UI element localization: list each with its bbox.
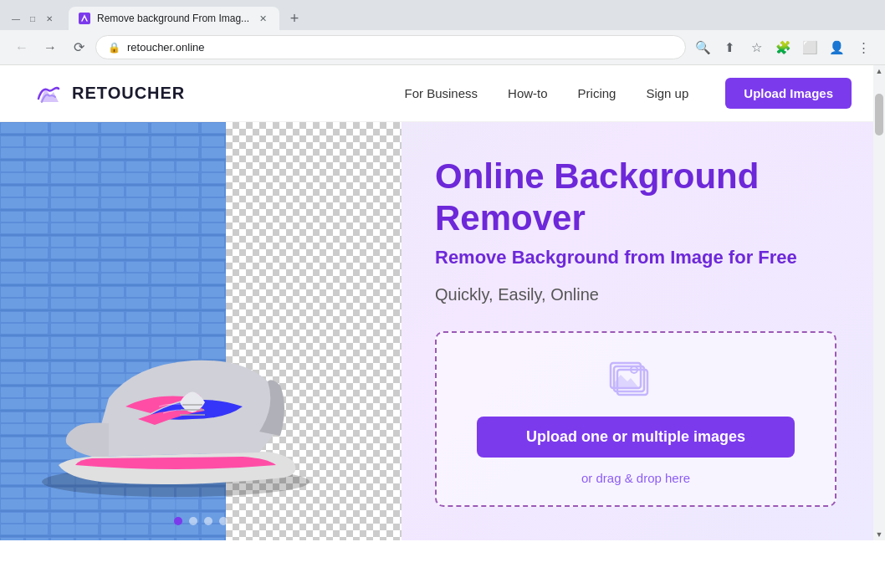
header-upload-button[interactable]: Upload Images xyxy=(725,78,852,109)
logo[interactable]: RETOUCHER xyxy=(33,79,185,109)
hero-section: Online Background Remover Remove Backgro… xyxy=(0,122,885,540)
hero-subtitle: Remove Background from Image for Free xyxy=(435,247,843,268)
browser-chrome: — □ ✕ Remove background From Imag... ✕ +… xyxy=(0,0,885,65)
profile-button[interactable]: 👤 xyxy=(825,36,848,59)
extensions-button[interactable]: 🧩 xyxy=(771,36,795,59)
drag-drop-text: or drag & drop here xyxy=(581,471,690,485)
refresh-button[interactable]: ⟳ xyxy=(67,36,90,59)
carousel-dot-1[interactable] xyxy=(174,517,182,525)
close-button[interactable]: ✕ xyxy=(43,13,55,24)
scrollbar-thumb[interactable] xyxy=(875,94,883,135)
search-button[interactable]: 🔍 xyxy=(691,36,714,59)
nav-for-business[interactable]: For Business xyxy=(405,86,478,100)
menu-button[interactable]: ⋮ xyxy=(852,36,875,59)
browser-actions: 🔍 ⬆ ☆ 🧩 ⬜ 👤 ⋮ xyxy=(691,36,875,59)
share-button[interactable]: ⬆ xyxy=(718,36,741,59)
site-nav: For Business How-to Pricing Sign up Uplo… xyxy=(405,78,852,109)
forward-button[interactable]: → xyxy=(38,36,62,59)
address-bar[interactable]: 🔒 retoucher.online xyxy=(95,35,686,59)
tab-close-button[interactable]: ✕ xyxy=(256,12,269,25)
scrollbar: ▲ ▼ xyxy=(873,65,885,540)
carousel-dot-4[interactable] xyxy=(219,517,228,525)
new-tab-button[interactable]: + xyxy=(283,7,306,30)
url-text: retoucher.online xyxy=(127,41,673,54)
upload-images-icon xyxy=(609,358,662,403)
tab-title: Remove background From Imag... xyxy=(97,13,249,24)
lock-icon: 🔒 xyxy=(108,42,120,54)
carousel-dot-2[interactable] xyxy=(189,517,197,525)
nav-sign-up[interactable]: Sign up xyxy=(646,86,688,100)
hero-image-section xyxy=(0,122,402,540)
hero-tagline: Quickly, Easily, Online xyxy=(435,285,843,304)
upload-images-button[interactable]: Upload one or multiple images xyxy=(477,417,795,458)
hero-title: Online Background Remover xyxy=(435,156,843,240)
scrollbar-track xyxy=(873,77,885,529)
page-wrapper: RETOUCHER For Business How-to Pricing Si… xyxy=(0,65,885,540)
nav-how-to[interactable]: How-to xyxy=(508,86,548,100)
back-button[interactable]: ← xyxy=(10,36,33,59)
hero-content: Online Background Remover Remove Backgro… xyxy=(402,122,885,540)
upload-box: Upload one or multiple images or drag & … xyxy=(435,331,836,507)
maximize-button[interactable]: □ xyxy=(27,13,38,24)
tab-search-button[interactable]: ⬜ xyxy=(798,36,821,59)
scrollbar-up[interactable]: ▲ xyxy=(873,65,885,77)
scrollbar-down[interactable]: ▼ xyxy=(873,529,885,540)
minimize-button[interactable]: — xyxy=(10,13,22,24)
bookmark-button[interactable]: ☆ xyxy=(744,36,768,59)
tab-favicon xyxy=(79,13,90,24)
logo-icon xyxy=(33,79,64,109)
site-header: RETOUCHER For Business How-to Pricing Si… xyxy=(0,65,885,122)
logo-text: RETOUCHER xyxy=(72,84,185,103)
website: RETOUCHER For Business How-to Pricing Si… xyxy=(0,65,885,540)
active-tab[interactable]: Remove background From Imag... ✕ xyxy=(69,7,279,30)
nav-pricing[interactable]: Pricing xyxy=(578,86,616,100)
title-bar: — □ ✕ Remove background From Imag... ✕ + xyxy=(0,0,885,30)
carousel-dot-3[interactable] xyxy=(204,517,212,525)
tab-bar: Remove background From Imag... ✕ + xyxy=(69,7,875,30)
carousel-dots xyxy=(174,517,228,525)
upload-icon-area xyxy=(609,358,662,403)
nav-bar: ← → ⟳ 🔒 retoucher.online 🔍 ⬆ ☆ 🧩 ⬜ 👤 ⋮ xyxy=(0,30,885,64)
window-controls: — □ ✕ xyxy=(10,13,55,24)
shoe-image xyxy=(25,298,326,524)
